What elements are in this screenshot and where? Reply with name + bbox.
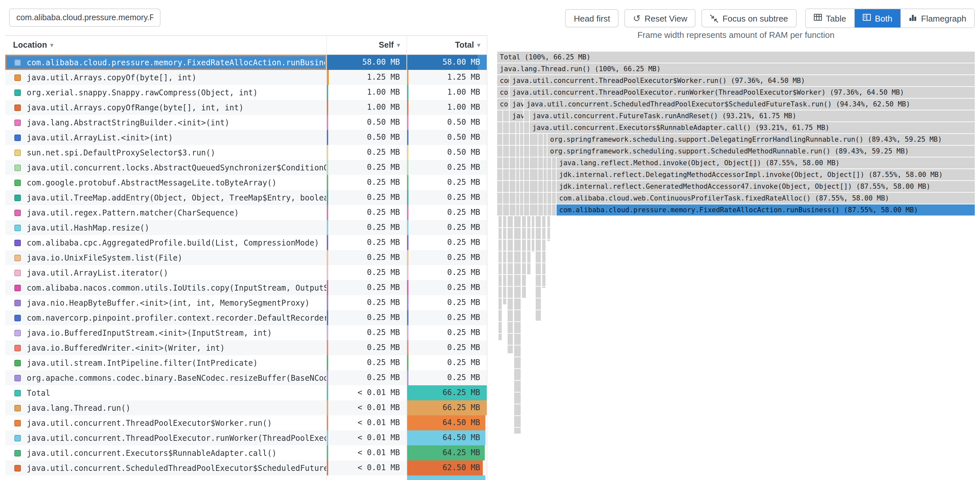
flame-frame[interactable] <box>530 193 538 204</box>
flame-frame[interactable]: cor <box>497 99 509 110</box>
flame-frame[interactable] <box>503 193 509 204</box>
search-input[interactable] <box>9 8 161 27</box>
flame-frame[interactable] <box>509 134 515 145</box>
table-row[interactable]: com.alibaba.nacos.common.utils.IoUtils.c… <box>5 280 487 295</box>
flame-frame[interactable] <box>544 193 547 204</box>
table-row[interactable]: org.xerial.snappy.Snappy.rawCompress(Obj… <box>5 85 487 100</box>
flame-frame[interactable] <box>530 146 538 157</box>
table-row[interactable]: java.util.ArrayList.<init>(int)0.50 MB0.… <box>5 130 487 145</box>
flame-frame[interactable] <box>503 134 509 145</box>
table-row[interactable]: com.alibaba.cpc.AggregatedProfile.build(… <box>5 235 487 250</box>
head-first-button[interactable]: Head first <box>565 9 619 27</box>
flame-frame[interactable] <box>520 204 523 215</box>
table-row[interactable]: java.util.concurrent.Executors$RunnableA… <box>5 445 487 461</box>
flame-frame[interactable] <box>544 134 547 145</box>
flame-tail-column[interactable] <box>532 216 535 252</box>
flame-frame[interactable] <box>530 204 538 215</box>
table-row[interactable]: org.apache.commons.codec.binary.BaseNCod… <box>5 370 487 385</box>
flame-frame[interactable]: org.springframework.scheduling.support.D… <box>547 134 975 145</box>
table-row[interactable]: sun.net.spi.DefaultProxySelector$3.run()… <box>5 145 487 160</box>
flame-frame[interactable] <box>547 204 551 215</box>
flame-frame[interactable]: org.springframework.scheduling.support.S… <box>547 146 975 157</box>
flame-frame[interactable] <box>524 122 529 133</box>
flame-frame[interactable] <box>509 181 515 192</box>
flame-frame[interactable] <box>524 181 529 192</box>
table-row[interactable]: com.google.protobuf.AbstractMessageLite.… <box>5 175 487 190</box>
flame-frame[interactable] <box>509 204 515 215</box>
flame-frame[interactable] <box>497 134 503 145</box>
table-row[interactable]: java.lang.AbstractStringBuilder.<init>(i… <box>5 115 487 130</box>
flame-frame[interactable] <box>552 204 556 215</box>
flame-frame[interactable] <box>503 122 509 133</box>
flame-frame[interactable] <box>520 193 523 204</box>
flame-frame[interactable] <box>503 110 509 121</box>
flame-tail-column[interactable] <box>503 216 506 304</box>
flame-frame[interactable] <box>530 157 538 169</box>
flame-frame[interactable] <box>552 181 556 192</box>
flame-frame[interactable] <box>524 157 529 169</box>
flame-frame[interactable] <box>516 181 519 192</box>
flame-frame[interactable] <box>516 146 519 157</box>
table-row[interactable]: java.io.BufferedInputStream.<init>(Input… <box>5 325 487 340</box>
flame-frame[interactable]: java.util.concurrent.Executors$RunnableA… <box>530 122 975 133</box>
flame-frame[interactable] <box>509 146 515 157</box>
flame-frame[interactable] <box>538 157 543 169</box>
flame-frame[interactable]: com <box>497 75 509 86</box>
flame-frame[interactable] <box>503 181 509 192</box>
flame-frame[interactable] <box>516 134 519 145</box>
flame-frame[interactable] <box>547 193 551 204</box>
reset-view-button[interactable]: ↺ Reset View <box>624 9 696 27</box>
flame-frame[interactable] <box>544 181 547 192</box>
flame-frame[interactable]: java.util.concurrent.ScheduledThreadPool… <box>524 99 975 110</box>
flame-frame[interactable]: jav <box>509 110 523 121</box>
table-row[interactable]: java.util.ArrayList.iterator()0.25 MB0.2… <box>5 265 487 280</box>
flame-frame[interactable] <box>544 146 547 157</box>
flame-frame[interactable] <box>552 169 556 180</box>
flame-frame[interactable] <box>497 169 503 180</box>
flame-frame[interactable] <box>503 157 509 169</box>
flame-tail-column[interactable] <box>527 216 530 275</box>
table-row[interactable]: java.util.Arrays.copyOfRange(byte[], int… <box>5 100 487 115</box>
table-row[interactable]: java.util.concurrent.ThreadPoolExecutor.… <box>5 431 487 445</box>
table-row[interactable]: com.navercorp.pinpoint.profiler.context.… <box>5 310 487 325</box>
flame-tail-column[interactable] <box>498 216 502 340</box>
table-row[interactable]: java.util.concurrent.ThreadPoolExecutor$… <box>5 415 487 431</box>
table-row[interactable]: java.io.UnixFileSystem.list(File)0.25 MB… <box>5 250 487 265</box>
flame-tail-column[interactable] <box>547 216 550 241</box>
flame-frame[interactable]: cor <box>497 87 509 98</box>
flame-frame[interactable] <box>516 204 519 215</box>
table-row[interactable]: java.util.Arrays.copyOf(byte[], int)1.25… <box>5 70 487 85</box>
flame-tail-column[interactable] <box>514 216 521 434</box>
flame-frame[interactable] <box>520 146 523 157</box>
flame-frame[interactable] <box>520 157 523 169</box>
flame-frame[interactable]: java.lang.reflect.Method.invoke(Object, … <box>557 157 975 169</box>
flame-frame[interactable]: java.util.concurrent.ThreadPoolExecutor.… <box>509 87 975 98</box>
flame-frame[interactable] <box>516 193 519 204</box>
flame-frame-selected[interactable]: com.alibaba.cloud.pressure.memory.FixedR… <box>557 204 975 215</box>
flame-frame[interactable] <box>524 193 529 204</box>
flame-frame[interactable]: jdk.internal.reflect.GeneratedMethodAcce… <box>557 181 975 192</box>
flame-frame[interactable] <box>538 204 543 215</box>
flame-frame[interactable]: jav <box>509 99 523 110</box>
flame-frame[interactable] <box>497 204 503 215</box>
flame-frame[interactable] <box>509 122 515 133</box>
flame-frame[interactable] <box>497 193 503 204</box>
flame-frame[interactable] <box>516 122 519 133</box>
view-toggle-both[interactable]: Both <box>854 9 900 27</box>
view-toggle-table[interactable]: Table <box>806 9 854 27</box>
table-row[interactable]: java.util.HashMap.resize()0.25 MB0.25 MB <box>5 220 487 235</box>
flame-frame[interactable] <box>520 122 523 133</box>
table-row[interactable]: java.util.concurrent.locks.AbstractQueue… <box>5 160 487 175</box>
flame-frame[interactable] <box>544 204 547 215</box>
table-row[interactable]: java.util.stream.IntPipeline.filter(IntP… <box>5 355 487 370</box>
flame-frame[interactable] <box>509 193 515 204</box>
flame-frame[interactable] <box>552 157 556 169</box>
flame-frame[interactable] <box>516 157 519 169</box>
flame-frame[interactable] <box>520 181 523 192</box>
flame-frame[interactable] <box>516 169 519 180</box>
flame-frame[interactable] <box>497 157 503 169</box>
self-column-header[interactable]: Self ▾ <box>326 36 406 54</box>
flame-frame[interactable] <box>497 146 503 157</box>
flame-frame[interactable] <box>530 181 538 192</box>
flame-frame[interactable]: java.util.concurrent.ThreadPoolExecutor$… <box>509 75 975 86</box>
